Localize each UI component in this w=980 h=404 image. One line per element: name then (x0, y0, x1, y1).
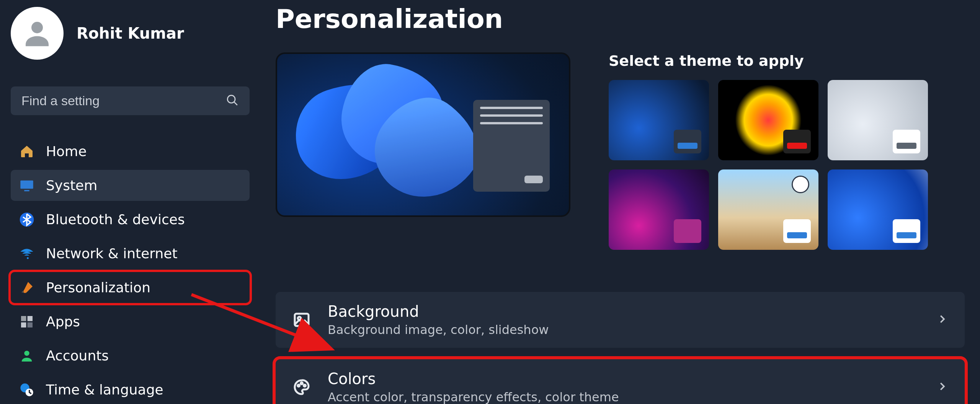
sidebar-item-bluetooth[interactable]: Bluetooth & devices (11, 204, 250, 235)
theme-purple-glow[interactable] (609, 169, 709, 250)
sidebar-item-apps[interactable]: Apps (11, 306, 250, 337)
setting-colors[interactable]: Colors Accent color, transparency effect… (276, 359, 965, 404)
svg-rect-6 (21, 316, 26, 321)
svg-rect-7 (28, 316, 33, 321)
svg-line-2 (234, 102, 237, 105)
bluetooth-icon (19, 212, 34, 227)
sidebar-item-accounts[interactable]: Accounts (11, 340, 250, 371)
sidebar-item-label: Personalization (46, 280, 150, 295)
image-icon (292, 311, 311, 329)
sidebar-item-label: Apps (46, 314, 80, 329)
clock-globe-icon (19, 382, 34, 397)
sidebar-item-system[interactable]: System (11, 170, 250, 201)
user-profile[interactable]: Rohit Kumar (11, 7, 250, 60)
apps-icon (19, 314, 34, 329)
theme-glow[interactable] (718, 80, 818, 160)
home-icon (19, 144, 34, 159)
svg-rect-4 (24, 190, 29, 191)
theme-grid (609, 80, 928, 250)
spotlight-icon (792, 176, 809, 193)
palette-icon (292, 378, 311, 396)
desktop-preview (276, 52, 570, 217)
svg-point-10 (24, 350, 29, 355)
sidebar-item-time-language[interactable]: Time & language (11, 374, 250, 404)
svg-point-1 (227, 95, 235, 103)
theme-bloom-blue-light[interactable] (828, 169, 928, 250)
sidebar-item-network[interactable]: Network & internet (11, 238, 250, 269)
svg-rect-9 (28, 322, 33, 327)
sidebar-item-label: Bluetooth & devices (46, 212, 185, 227)
person-icon (19, 348, 34, 363)
sidebar-item-label: Network & internet (46, 246, 178, 261)
setting-title: Background (328, 303, 920, 320)
svg-point-16 (301, 382, 302, 384)
svg-point-0 (31, 22, 43, 33)
search-icon (226, 94, 239, 108)
user-name: Rohit Kumar (77, 24, 184, 42)
search-box[interactable] (11, 86, 250, 115)
setting-background[interactable]: Background Background image, color, slid… (276, 292, 965, 348)
themes-heading: Select a theme to apply (609, 52, 928, 69)
sidebar-item-label: System (46, 178, 97, 193)
sidebar: Rohit Kumar Home System (0, 0, 260, 404)
settings-list: Background Background image, color, slid… (276, 292, 965, 404)
sidebar-item-personalization[interactable]: Personalization (11, 272, 250, 303)
chevron-right-icon (936, 313, 948, 326)
sidebar-item-home[interactable]: Home (11, 136, 250, 167)
theme-bloom-dark[interactable] (609, 80, 709, 160)
paintbrush-icon (19, 280, 34, 295)
setting-title: Colors (328, 370, 920, 388)
sidebar-item-label: Home (46, 143, 87, 159)
theme-bloom-light[interactable] (828, 80, 928, 160)
wifi-icon (19, 246, 34, 261)
setting-desc: Accent color, transparency effects, colo… (328, 390, 920, 404)
page-title: Personalization (276, 4, 965, 34)
main-content: Personalization Select a theme to apply (260, 0, 980, 404)
svg-rect-13 (295, 314, 309, 326)
avatar (11, 7, 64, 60)
monitor-icon (19, 178, 34, 193)
svg-rect-8 (21, 322, 26, 327)
chevron-right-icon (936, 381, 948, 394)
svg-point-15 (297, 384, 299, 386)
sidebar-item-label: Time & language (46, 382, 163, 397)
svg-rect-3 (20, 180, 33, 189)
preview-window (473, 100, 550, 192)
sidebar-item-label: Accounts (46, 348, 109, 363)
setting-desc: Background image, color, slideshow (328, 323, 920, 337)
nav-list: Home System Bluetooth & devices Network … (11, 136, 250, 404)
search-input[interactable] (21, 93, 195, 108)
theme-sunrise[interactable] (718, 169, 818, 250)
svg-point-17 (304, 384, 305, 386)
